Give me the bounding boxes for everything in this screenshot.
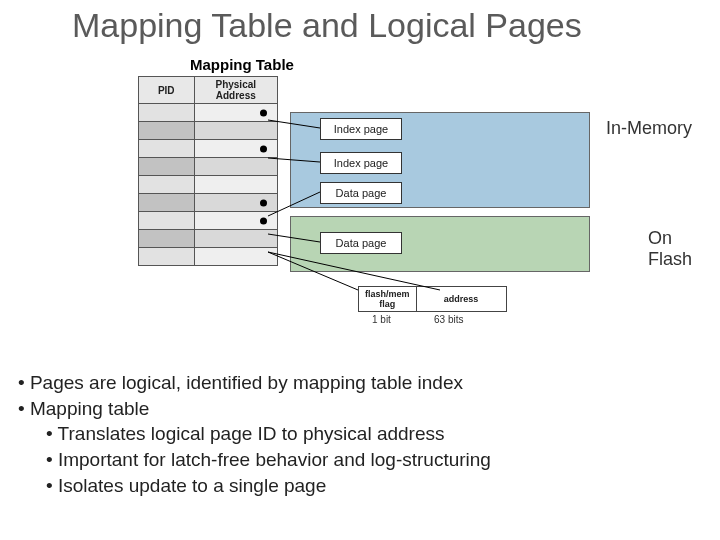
bullet-item: Pages are logical, identified by mapping… (18, 370, 708, 396)
bullet-list: Pages are logical, identified by mapping… (18, 370, 708, 498)
data-page-box: Data page (320, 232, 402, 254)
mapping-table-grid: PID Physical Address (138, 76, 278, 266)
flag-bits-label: 1 bit (372, 314, 391, 325)
memory-region-label: In-Memory (606, 118, 692, 139)
bullet-item: Mapping table (18, 396, 708, 422)
bullet-subitem: Isolates update to a single page (18, 473, 708, 499)
pointer-dot (260, 145, 267, 152)
index-page-box: Index page (320, 152, 402, 174)
slide-title: Mapping Table and Logical Pages (72, 6, 582, 45)
col-physical-address: Physical Address (194, 77, 277, 104)
pointer-dot (260, 199, 267, 206)
flag-cell: flash/mem flag (359, 287, 417, 312)
mapping-table-label: Mapping Table (190, 56, 294, 73)
bullet-subitem: Important for latch-free behavior and lo… (18, 447, 708, 473)
data-page-box: Data page (320, 182, 402, 204)
pointer-dot (260, 109, 267, 116)
index-page-box: Index page (320, 118, 402, 140)
col-pid: PID (139, 77, 195, 104)
address-format-table: flash/mem flag address (358, 286, 507, 312)
address-bits-label: 63 bits (434, 314, 463, 325)
pointer-dot (260, 217, 267, 224)
bullet-subitem: Translates logical page ID to physical a… (18, 421, 708, 447)
address-cell: address (416, 287, 506, 312)
flash-region-label: On Flash (648, 228, 692, 270)
